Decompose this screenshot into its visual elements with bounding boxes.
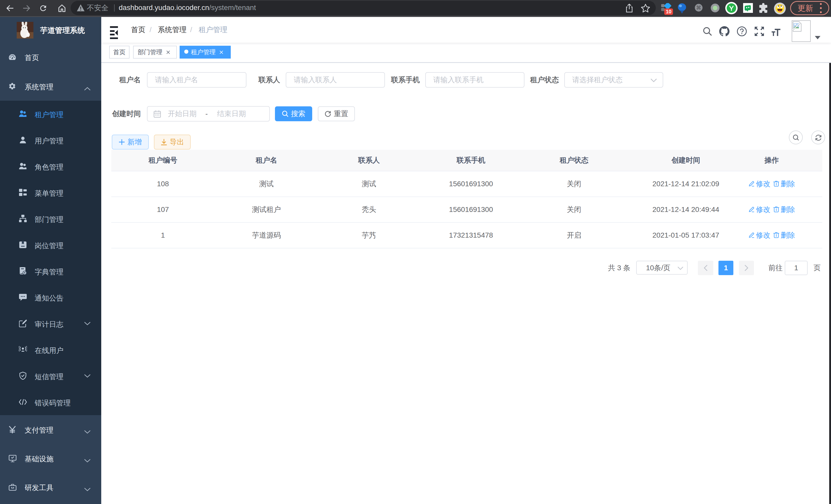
svg-text:⌘: ⌘ <box>696 5 701 10</box>
